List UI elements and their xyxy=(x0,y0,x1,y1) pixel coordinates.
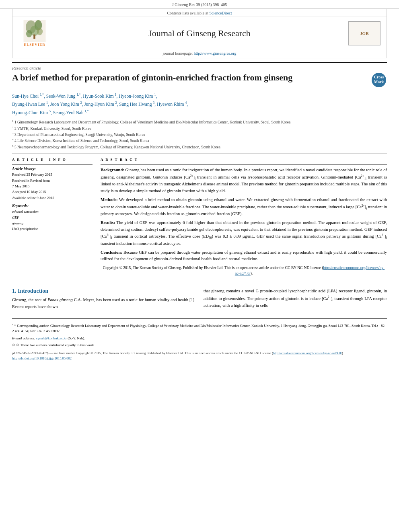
copyright-link[interactable]: http://creativecommons.org/licenses/by-n… xyxy=(235,266,385,275)
author-8: Sung Hee Hwang 3, xyxy=(119,102,157,107)
intro-section-number-title: 1. Introduction xyxy=(12,288,195,294)
email-link[interactable]: synah@konkuk.ac.kr xyxy=(36,336,67,340)
affiliation-4: 4 4 Life Science Division, Korea Institu… xyxy=(12,138,387,144)
article-title-text: A brief method for preparation of ginton… xyxy=(12,72,371,84)
jgr-logo: JGR xyxy=(348,21,380,45)
authors-section: Sun-Hye Choi 1,*, Seok-Won Jung 1,*, Hyu… xyxy=(12,92,387,117)
abstract-background: Background: Ginseng has been used as a t… xyxy=(101,167,387,194)
abstract-header: A B S T R A C T xyxy=(101,158,387,162)
intro-right-para: that ginseng contains a novel G protein-… xyxy=(204,288,387,309)
author-5: Byung-Hwan Lee 1, xyxy=(12,102,50,107)
received-date: Received 25 February 2015 xyxy=(12,172,93,177)
doi-text: http://dx.doi.org/10.1016/j.jjgr.2015.05… xyxy=(12,356,387,361)
crossmark-icon: Cross Mark xyxy=(371,72,387,88)
keyword-2: GEF xyxy=(12,215,93,220)
svg-text:Mark: Mark xyxy=(374,80,384,84)
history-label: Article history: xyxy=(12,167,93,171)
affiliation-1: 1 1 Ginsentology Research Laboratory and… xyxy=(12,119,387,125)
author-3: Hyun-Sook Kim 1, xyxy=(83,94,119,99)
abstract-methods: Methods: We developed a brief method to … xyxy=(101,197,387,218)
citation-text: J Ginseng Res 39 (2015) 398–405 xyxy=(172,2,227,7)
doi-link[interactable]: http://dx.doi.org/10.1016/j.jjgr.2015.05… xyxy=(12,356,72,360)
keywords-label: Keywords: xyxy=(12,204,93,208)
abstract-conclusion: Conclusion: Because GEF can be prepared … xyxy=(101,249,387,263)
introduction-section: 1. Introduction Ginseng, the root of Pan… xyxy=(12,288,387,310)
page: J Ginseng Res 39 (2015) 398–405 Contents… xyxy=(0,0,399,532)
elsevier-plant-svg xyxy=(23,20,47,42)
received-revised-label: Received in Revised form xyxy=(12,178,93,183)
svg-point-5 xyxy=(26,30,32,37)
science-direct-link[interactable]: ScienceDirect xyxy=(209,11,232,15)
svg-point-6 xyxy=(37,28,43,35)
elsevier-label: ELSEVIER xyxy=(24,43,45,47)
issn-license-link[interactable]: http://creativecommons.org/licenses/by-n… xyxy=(273,351,342,355)
affiliation-2: 2 2 VMTH, Konkuk University, Seoul, Sout… xyxy=(12,125,387,131)
article-info-header: A R T I C L E I N F O xyxy=(12,158,93,162)
intro-left-col: 1. Introduction Ginseng, the root of Pan… xyxy=(12,288,195,310)
equal-contrib-text: ✩ These two authors contributed equally … xyxy=(16,343,95,347)
keyword-3: ginseng xyxy=(12,220,93,226)
intro-left-para: Ginseng, the root of Panax ginseng C.A. … xyxy=(12,297,195,310)
author-1: Sun-Hye Choi 1,*, xyxy=(12,94,46,99)
journal-main-title: Journal of Ginseng Research xyxy=(51,28,348,39)
affiliation-5: 5 5 Neuropsychopharmacology and Toxicolo… xyxy=(12,144,387,150)
article-dates: Received 25 February 2015 Received in Re… xyxy=(12,172,93,201)
thin-divider-1 xyxy=(12,153,387,154)
methods-label: Methods: xyxy=(101,197,118,202)
author-4: Hyeon-Joong Kim 1, xyxy=(119,94,157,99)
keyword-1: ethanol extraction xyxy=(12,209,93,214)
author-2: Seok-Won Jung 1,*, xyxy=(46,94,83,99)
journal-title-row: ELSEVIER Journal of Ginseng Research JGR xyxy=(12,16,387,50)
article-info-column: A R T I C L E I N F O Article history: R… xyxy=(12,158,93,276)
author-10: Hyoung-Chun Kim 5, xyxy=(12,110,53,115)
background-text: Ginseng has been used as a tonic for inv… xyxy=(101,168,387,193)
results-label: Results: xyxy=(101,220,115,225)
equal-contrib-note: ✩ ✩ These two authors contributed equall… xyxy=(12,343,387,348)
article-info-divider xyxy=(12,164,93,164)
accepted-date: Accepted 10 May 2015 xyxy=(12,189,93,195)
abstract-divider xyxy=(101,164,387,164)
thin-divider-2 xyxy=(12,282,387,282)
author-11: Seung-Yeol Nah 1,* xyxy=(53,110,89,115)
abstract-results: Results: The yield of GEF was approximat… xyxy=(101,220,387,247)
svg-rect-4 xyxy=(33,35,35,39)
conclusion-label: Conclusion: xyxy=(101,250,122,255)
copyright-section: Copyright © 2015, The Korean Society of … xyxy=(101,265,387,277)
keywords-section: Keywords: ethanol extraction GEF ginseng… xyxy=(12,204,93,232)
main-content: Research article A brief method for prep… xyxy=(0,62,399,361)
species-name: Panax ginseng xyxy=(47,298,73,302)
intro-number: 1. xyxy=(12,288,16,294)
background-label: Background: xyxy=(101,168,124,172)
keyword-4: H₂O precipitation xyxy=(12,226,93,232)
affiliation-3: 3 3 Department of Pharmaceutical Enginee… xyxy=(12,131,387,138)
thick-divider-top xyxy=(12,62,387,63)
equal-contrib-symbol: ✩ xyxy=(12,343,15,347)
homepage-prefix: journal homepage: xyxy=(162,51,193,55)
email-label: E-mail address: xyxy=(12,336,35,340)
intro-title: Introduction xyxy=(18,288,48,294)
revised-date: 7 May 2015 xyxy=(12,183,93,189)
article-title-row: A brief method for preparation of ginton… xyxy=(12,72,387,88)
sd-prefix: Contents lists available at xyxy=(167,11,209,15)
author-9: Hyewon Rhim 4, xyxy=(157,102,188,107)
homepage-bar: journal homepage: http://www.ginsengres.… xyxy=(12,50,387,58)
abstract-column: A B S T R A C T Background: Ginseng has … xyxy=(101,158,387,276)
article-type: Research article xyxy=(12,66,387,70)
top-citation-bar: J Ginseng Res 39 (2015) 398–405 xyxy=(0,0,399,9)
elsevier-logo: ELSEVIER xyxy=(19,20,51,47)
available-date: Available online 9 June 2015 xyxy=(12,195,93,201)
issn-section: p1226-8453 e2093-4947/$ — see front matt… xyxy=(12,351,387,361)
two-column-section: A R T I C L E I N F O Article history: R… xyxy=(12,158,387,276)
results-text: The yield of GEF was approximately 6-fol… xyxy=(101,220,387,246)
science-direct-bar: Contents lists available at ScienceDirec… xyxy=(12,9,387,16)
conclusion-text: Because GEF can be prepared through wate… xyxy=(101,250,387,261)
svg-text:Cross: Cross xyxy=(374,75,384,79)
intro-right-col: that ginseng contains a novel G protein-… xyxy=(204,288,387,310)
journal-header: Contents lists available at ScienceDirec… xyxy=(12,9,387,58)
issn-text: p1226-8453 e2093-4947/$ — see front matt… xyxy=(12,351,387,356)
footer-section: * * Corresponding author. Ginsentology R… xyxy=(12,318,387,361)
methods-text: We developed a brief method to obtain gi… xyxy=(101,197,387,216)
homepage-link[interactable]: http://www.ginsengres.org xyxy=(194,51,237,55)
author-6: Joon Yong Kim 2, xyxy=(50,102,84,107)
email-note: E-mail address: synah@konkuk.ac.kr (S.-Y… xyxy=(12,336,387,341)
